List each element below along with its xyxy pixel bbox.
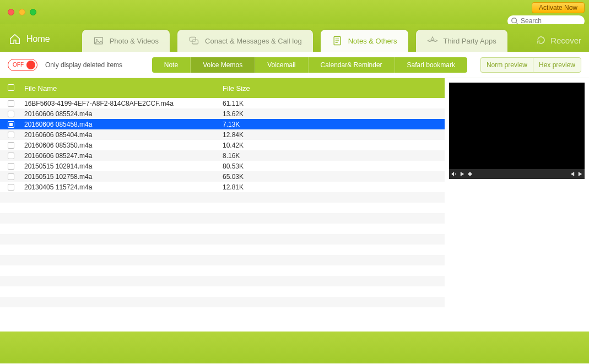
recover-button[interactable]: Recover	[536, 35, 581, 45]
toggle-knob	[26, 61, 35, 69]
file-name-cell: 20160606 085458.m4a	[24, 121, 223, 128]
category-subtabs: NoteVoice MemosVoicemailCalendar& Remind…	[152, 57, 467, 73]
row-checkbox[interactable]	[8, 142, 14, 149]
table-row[interactable]: 20150515 102758.m4a65.03K	[0, 171, 445, 182]
file-size-cell: 61.11K	[223, 100, 445, 107]
row-checkbox[interactable]	[8, 121, 14, 128]
column-header-size[interactable]: File Size	[223, 84, 445, 93]
svg-rect-4	[190, 37, 196, 41]
file-name-cell: 20150515 102914.m4a	[24, 162, 223, 170]
row-checkbox[interactable]	[8, 184, 14, 191]
tab-photo-videos[interactable]: Photo & Videos	[82, 30, 170, 52]
tab-label: Photo & Videos	[110, 37, 159, 45]
subtab-calendar-reminder[interactable]: Calendar& Reminder	[309, 57, 395, 73]
table-row[interactable]: 20160606 085458.m4a7.13K	[0, 119, 445, 129]
select-all-checkbox[interactable]	[8, 84, 14, 91]
preview-mode-buttons: Norm preview Hex preview	[480, 57, 581, 73]
file-size-cell: 7.13K	[223, 121, 445, 128]
apps-icon	[427, 35, 438, 46]
file-name-cell: 20160606 085524.m4a	[24, 110, 223, 118]
tab-label: Third Party Apps	[444, 37, 496, 45]
row-checkbox[interactable]	[8, 173, 14, 180]
file-size-cell: 13.62K	[223, 110, 445, 118]
norm-preview-button[interactable]: Norm preview	[480, 57, 533, 73]
tab-notes-others[interactable]: Notes & Others	[321, 30, 408, 52]
main-tabs: Photo & Videos Conact & Messages & Call …	[82, 30, 507, 52]
refresh-icon	[536, 35, 546, 45]
table-row[interactable]: 20160606 085350.m4a10.42K	[0, 140, 445, 150]
file-table: File Name File Size 16BF5603-4199-4EF7-A…	[0, 78, 445, 332]
file-size-cell: 8.16K	[223, 152, 445, 160]
table-row[interactable]: 20150515 102914.m4a80.53K	[0, 161, 445, 171]
window-controls	[8, 9, 36, 15]
file-name-cell: 16BF5603-4199-4EF7-A8F2-814C8AFE2CCF.m4a	[24, 100, 223, 107]
file-size-cell: 80.53K	[223, 162, 445, 170]
row-checkbox[interactable]	[8, 100, 14, 107]
table-header: File Name File Size	[0, 78, 445, 98]
content-area: File Name File Size 16BF5603-4199-4EF7-A…	[0, 78, 589, 332]
home-icon	[9, 33, 21, 45]
deleted-only-toggle[interactable]: OFF	[8, 59, 37, 71]
volume-icon[interactable]	[451, 171, 457, 177]
search-icon	[511, 17, 518, 25]
row-checkbox[interactable]	[8, 132, 14, 138]
file-size-cell: 65.03K	[223, 173, 445, 181]
recover-label: Recover	[550, 36, 581, 45]
column-header-name[interactable]: File Name	[24, 84, 223, 93]
row-checkbox[interactable]	[8, 163, 14, 170]
player-controls	[449, 169, 585, 179]
note-icon	[332, 35, 343, 46]
empty-rows	[0, 192, 445, 318]
home-label: Home	[26, 34, 50, 44]
activate-now-button[interactable]: Activate Now	[532, 2, 585, 13]
toggle-label: Only display deleted items	[45, 61, 122, 69]
table-row[interactable]: 20160606 085404.m4a12.84K	[0, 129, 445, 140]
next-icon[interactable]	[578, 172, 582, 176]
hex-preview-button[interactable]: Hex preview	[533, 57, 581, 73]
svg-rect-5	[192, 40, 198, 44]
chat-icon	[188, 35, 199, 46]
minimize-window-button[interactable]	[19, 9, 25, 15]
row-checkbox[interactable]	[8, 111, 14, 117]
tab-label: Notes & Others	[348, 37, 397, 45]
main-tab-bar: Home Photo & Videos Conact & Messages & …	[0, 24, 589, 52]
table-body: 16BF5603-4199-4EF7-A8F2-814C8AFE2CCF.m4a…	[0, 98, 445, 192]
play-icon[interactable]	[460, 172, 464, 176]
media-player[interactable]	[449, 83, 585, 179]
prev-icon[interactable]	[570, 172, 575, 176]
preview-pane	[445, 78, 589, 332]
image-icon	[93, 35, 104, 46]
bottom-bar	[0, 332, 589, 363]
close-window-button[interactable]	[8, 9, 14, 15]
toggle-text: OFF	[13, 62, 24, 68]
svg-point-0	[512, 18, 517, 23]
table-row[interactable]: 20130405 115724.m4a12.81K	[0, 182, 445, 192]
filter-bar: OFF Only display deleted items NoteVoice…	[0, 52, 589, 78]
subtab-note[interactable]: Note	[152, 57, 191, 73]
tab-label: Conact & Messages & Call log	[205, 37, 302, 45]
file-size-cell: 10.42K	[223, 142, 445, 149]
home-button[interactable]: Home	[6, 33, 60, 52]
tab-contacts-messages[interactable]: Conact & Messages & Call log	[177, 30, 313, 52]
file-size-cell: 12.84K	[223, 131, 445, 139]
subtab-voice-memos[interactable]: Voice Memos	[191, 57, 255, 73]
tab-third-party[interactable]: Third Party Apps	[416, 30, 507, 52]
table-row[interactable]: 20160606 085247.m4a8.16K	[0, 150, 445, 161]
table-row[interactable]: 20160606 085524.m4a13.62K	[0, 108, 445, 119]
file-name-cell: 20160606 085247.m4a	[24, 152, 223, 160]
file-name-cell: 20160606 085404.m4a	[24, 131, 223, 139]
row-checkbox[interactable]	[8, 153, 14, 159]
file-name-cell: 20130405 115724.m4a	[24, 183, 223, 191]
subtab-voicemail[interactable]: Voicemail	[255, 57, 308, 73]
title-bar: Activate Now	[0, 0, 589, 24]
progress-marker-icon[interactable]	[468, 172, 472, 176]
table-row[interactable]: 16BF5603-4199-4EF7-A8F2-814C8AFE2CCF.m4a…	[0, 98, 445, 108]
file-name-cell: 20160606 085350.m4a	[24, 142, 223, 149]
svg-point-3	[96, 39, 98, 41]
file-name-cell: 20150515 102758.m4a	[24, 173, 223, 181]
file-size-cell: 12.81K	[223, 183, 445, 191]
fullscreen-window-button[interactable]	[30, 9, 36, 15]
subtab-safari-bookmark[interactable]: Safari bookmark	[395, 57, 467, 73]
